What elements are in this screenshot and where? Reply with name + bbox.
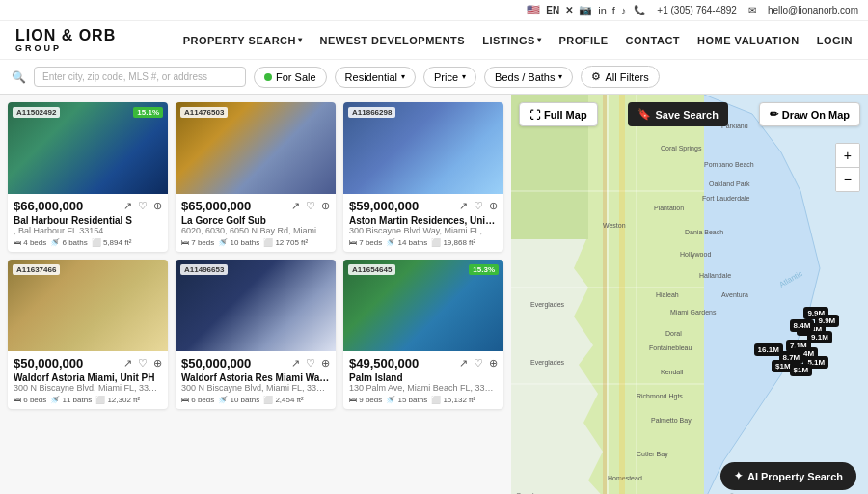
phone-icon: 📞 [634, 5, 645, 15]
residential-filter[interactable]: Residential ▾ [335, 67, 416, 88]
share-icon[interactable]: ↗ [123, 200, 132, 212]
favorite-icon[interactable]: ♡ [474, 357, 483, 370]
draw-on-map-button[interactable]: ✏ Draw On Map [759, 102, 860, 126]
svg-text:Pompano Beach: Pompano Beach [704, 161, 754, 169]
search-input-container[interactable]: Enter city, zip code, MLS #, or address [34, 67, 246, 87]
baths-stat: 🚿 10 baths [218, 396, 259, 404]
lang-label[interactable]: EN [546, 5, 559, 15]
nav-home-valuation[interactable]: HOME VALUATION [697, 35, 800, 46]
add-icon[interactable]: ⊕ [321, 200, 330, 212]
all-filters-label: All Filters [605, 71, 648, 83]
residential-label: Residential [345, 71, 397, 83]
nav-login[interactable]: LOGIN [817, 35, 853, 46]
zoom-out-button[interactable]: − [836, 168, 859, 191]
add-icon[interactable]: ⊕ [489, 200, 498, 212]
nav-property-search[interactable]: PROPERTY SEARCH ▾ [183, 35, 303, 46]
svg-text:Weston: Weston [603, 222, 626, 229]
email-link[interactable]: hello@lionanorb.com [768, 5, 858, 15]
svg-text:Fontainebleau: Fontainebleau [649, 344, 692, 351]
prop-name: Bal Harbour Residential S [14, 215, 162, 226]
phone-link[interactable]: +1 (305) 764-4892 [657, 5, 737, 15]
nav-contact[interactable]: CONTACT [626, 35, 680, 46]
listings-grid: A11502492 15.1% $66,000,000 ↗ ♡ ⊕ Bal Ha… [8, 102, 503, 409]
price-marker[interactable]: 9.1M [807, 331, 832, 343]
favorite-icon[interactable]: ♡ [138, 200, 148, 212]
nav-listings[interactable]: LISTINGS ▾ [482, 35, 541, 46]
prop-name: Waldorf Astoria Res Miami Waldorf Astori… [181, 372, 330, 383]
tiktok-icon[interactable]: ♪ [621, 5, 627, 16]
main-content: A11502492 15.1% $66,000,000 ↗ ♡ ⊕ Bal Ha… [0, 95, 868, 494]
prop-name: La Gorce Golf Sub [181, 215, 330, 226]
prop-address: 300 Biscayne Blvd Way, Miami FL, 33131 [349, 226, 498, 235]
ai-property-search-button[interactable]: ✦ AI Property Search [720, 462, 856, 490]
sqft-stat: ⬜ 12,705 ft² [263, 238, 308, 247]
draw-on-map-label: Draw On Map [782, 109, 850, 121]
property-card[interactable]: A11496653 $50,000,000 ↗ ♡ ⊕ Waldorf Asto… [176, 260, 336, 409]
share-icon[interactable]: ↗ [123, 357, 132, 370]
add-icon[interactable]: ⊕ [153, 357, 162, 370]
nav-newest-developments[interactable]: NEWEST DEVELOPMENTS [320, 35, 466, 46]
prop-stats: 🛏 7 beds 🚿 10 baths ⬜ 12,705 ft² [181, 238, 330, 247]
add-icon[interactable]: ⊕ [321, 357, 330, 370]
prop-name: Aston Martin Residences, Unit 6301 [349, 215, 498, 226]
logo[interactable]: LION & ORB GROUP [15, 27, 116, 53]
price-marker[interactable]: 8.4M [790, 319, 815, 332]
email-icon: ✉ [748, 5, 756, 15]
favorite-icon[interactable]: ♡ [474, 200, 483, 212]
prop-address: 300 N Biscayne Blvd, Miami FL, 33132 [14, 383, 162, 393]
save-search-button[interactable]: 🔖 Save Search [628, 102, 727, 126]
prop-address: , Bal Harbour FL 33154 [14, 226, 162, 235]
property-card[interactable]: A11866298 $59,000,000 ↗ ♡ ⊕ Aston Martin… [343, 102, 503, 252]
prop-info: $59,000,000 ↗ ♡ ⊕ Aston Martin Residence… [343, 194, 503, 252]
prop-price-row: $49,500,000 ↗ ♡ ⊕ [349, 356, 498, 370]
add-icon[interactable]: ⊕ [489, 357, 498, 370]
prop-actions: ↗ ♡ ⊕ [459, 357, 498, 370]
nav-profile[interactable]: PROFILE [558, 35, 608, 46]
for-sale-filter[interactable]: For Sale [254, 67, 327, 88]
favorite-icon[interactable]: ♡ [306, 200, 315, 212]
prop-image-container: A11502492 15.1% [8, 102, 168, 194]
svg-rect-20 [619, 95, 625, 494]
social-icons: 🇺🇸 EN ✕ 📷 in f ♪ [527, 4, 626, 16]
facebook-icon[interactable]: f [612, 5, 615, 16]
prop-price: $59,000,000 [349, 199, 419, 213]
favorite-icon[interactable]: ♡ [138, 357, 148, 370]
svg-text:Cutler Bay: Cutler Bay [637, 451, 668, 458]
favorite-icon[interactable]: ♡ [306, 357, 315, 370]
zoom-in-button[interactable]: + [836, 144, 859, 168]
beds-stat: 🛏 6 beds [181, 396, 214, 404]
share-icon[interactable]: ↗ [291, 200, 300, 212]
prop-stats: 🛏 4 beds 🚿 6 baths ⬜ 5,894 ft² [14, 238, 162, 247]
share-icon[interactable]: ↗ [291, 357, 300, 370]
svg-text:Oakland Park: Oakland Park [709, 180, 750, 187]
prop-actions: ↗ ♡ ⊕ [459, 200, 498, 212]
property-card[interactable]: A11637466 $50,000,000 ↗ ♡ ⊕ Waldorf Asto… [8, 260, 168, 409]
svg-text:Coral Springs: Coral Springs [661, 145, 702, 152]
prop-image-container: A11654645 15.3% [343, 260, 503, 351]
prop-info: $50,000,000 ↗ ♡ ⊕ Waldorf Astoria Miami,… [8, 351, 168, 409]
share-icon[interactable]: ↗ [459, 200, 468, 212]
linkedin-icon[interactable]: in [598, 5, 607, 16]
property-card[interactable]: A11502492 15.1% $66,000,000 ↗ ♡ ⊕ Bal Ha… [8, 102, 168, 252]
price-filter[interactable]: Price ▾ [423, 67, 476, 88]
flag-icon[interactable]: 🇺🇸 [527, 4, 540, 16]
full-map-button[interactable]: ⛶ Full Map [519, 102, 598, 126]
prop-info: $50,000,000 ↗ ♡ ⊕ Waldorf Astoria Res Mi… [176, 351, 336, 409]
x-icon[interactable]: ✕ [565, 5, 573, 15]
draw-icon: ✏ [770, 108, 778, 121]
add-icon[interactable]: ⊕ [153, 200, 162, 212]
share-icon[interactable]: ↗ [459, 357, 468, 370]
map-svg: Atlantic Coral Springs Pompano Beach For… [511, 95, 868, 494]
svg-text:Hallandale: Hallandale [699, 272, 731, 279]
instagram-icon[interactable]: 📷 [579, 4, 592, 16]
prop-price: $50,000,000 [14, 356, 83, 370]
price-marker[interactable]: $1M [790, 364, 813, 376]
prop-address: 300 N Biscayne Blvd, Miami FL, 33132 [181, 383, 330, 393]
all-filters-button[interactable]: ⚙ All Filters [581, 66, 659, 88]
beds-baths-filter[interactable]: Beds / Baths ▾ [484, 67, 573, 88]
search-placeholder: Enter city, zip code, MLS #, or address [42, 71, 207, 82]
contact-info: 📞 +1 (305) 764-4892 ✉ hello@lionanorb.co… [634, 5, 858, 15]
property-card[interactable]: A11654645 15.3% $49,500,000 ↗ ♡ ⊕ Palm I… [343, 260, 503, 409]
property-card[interactable]: A11476503 $65,000,000 ↗ ♡ ⊕ La Gorce Gol… [176, 102, 336, 252]
full-map-label: Full Map [544, 109, 587, 121]
